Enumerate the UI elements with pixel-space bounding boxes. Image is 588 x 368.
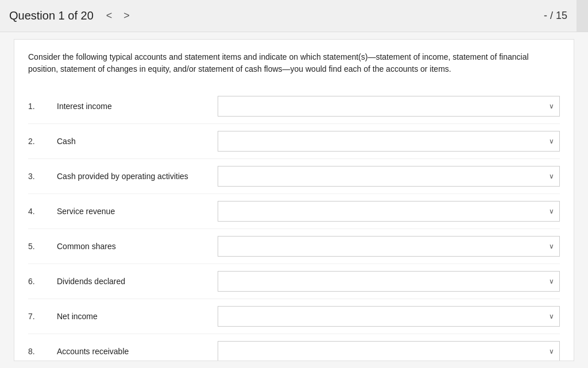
question-text: Consider the following typical accounts … xyxy=(28,51,560,75)
prev-button[interactable]: < xyxy=(103,9,116,23)
table-row: 2.CashStatement of incomeStatement of fi… xyxy=(28,124,560,159)
main-content: Consider the following typical accounts … xyxy=(14,39,574,361)
select-wrapper: Statement of incomeStatement of financia… xyxy=(218,271,560,292)
table-row: 6.Dividends declaredStatement of incomeS… xyxy=(28,264,560,299)
select-wrapper: Statement of incomeStatement of financia… xyxy=(218,131,560,152)
table-row: 1.Interest incomeStatement of incomeStat… xyxy=(28,89,560,124)
item-select-3[interactable]: Statement of incomeStatement of financia… xyxy=(218,166,560,187)
item-select-8[interactable]: Statement of incomeStatement of financia… xyxy=(218,341,560,361)
item-number: 7. xyxy=(28,312,57,321)
header: Question 1 of 20 < > - / 15 xyxy=(0,0,588,32)
item-label: Service revenue xyxy=(57,207,218,216)
table-row: 8.Accounts receivableStatement of income… xyxy=(28,334,560,361)
sidebar-indicator xyxy=(577,0,588,32)
item-number: 5. xyxy=(28,242,57,251)
select-wrapper: Statement of incomeStatement of financia… xyxy=(218,166,560,187)
item-number: 4. xyxy=(28,207,57,216)
item-label: Cash provided by operating activities xyxy=(57,172,218,181)
item-label: Dividends declared xyxy=(57,277,218,286)
select-wrapper: Statement of incomeStatement of financia… xyxy=(218,306,560,327)
item-number: 6. xyxy=(28,277,57,286)
select-wrapper: Statement of incomeStatement of financia… xyxy=(218,341,560,361)
item-number: 1. xyxy=(28,102,57,111)
select-wrapper: Statement of incomeStatement of financia… xyxy=(218,96,560,117)
question-label: Question 1 of 20 xyxy=(9,9,94,22)
table-row: 4.Service revenueStatement of incomeStat… xyxy=(28,194,560,229)
item-label: Net income xyxy=(57,312,218,321)
item-select-7[interactable]: Statement of incomeStatement of financia… xyxy=(218,306,560,327)
item-label: Interest income xyxy=(57,102,218,111)
select-wrapper: Statement of incomeStatement of financia… xyxy=(218,201,560,222)
score-display: - / 15 xyxy=(544,10,567,22)
select-wrapper: Statement of incomeStatement of financia… xyxy=(218,236,560,257)
next-button[interactable]: > xyxy=(120,9,133,23)
item-select-2[interactable]: Statement of incomeStatement of financia… xyxy=(218,131,560,152)
item-select-5[interactable]: Statement of incomeStatement of financia… xyxy=(218,236,560,257)
item-select-6[interactable]: Statement of incomeStatement of financia… xyxy=(218,271,560,292)
item-number: 3. xyxy=(28,172,57,181)
item-label: Common shares xyxy=(57,242,218,251)
item-label: Cash xyxy=(57,137,218,146)
item-select-1[interactable]: Statement of incomeStatement of financia… xyxy=(218,96,560,117)
navigation-buttons: < > xyxy=(103,9,133,23)
items-list: 1.Interest incomeStatement of incomeStat… xyxy=(28,89,560,361)
table-row: 3.Cash provided by operating activitiesS… xyxy=(28,159,560,194)
table-row: 5.Common sharesStatement of incomeStatem… xyxy=(28,229,560,264)
item-select-4[interactable]: Statement of incomeStatement of financia… xyxy=(218,201,560,222)
table-row: 7.Net incomeStatement of incomeStatement… xyxy=(28,299,560,334)
item-number: 8. xyxy=(28,347,57,356)
item-number: 2. xyxy=(28,137,57,146)
item-label: Accounts receivable xyxy=(57,347,218,356)
